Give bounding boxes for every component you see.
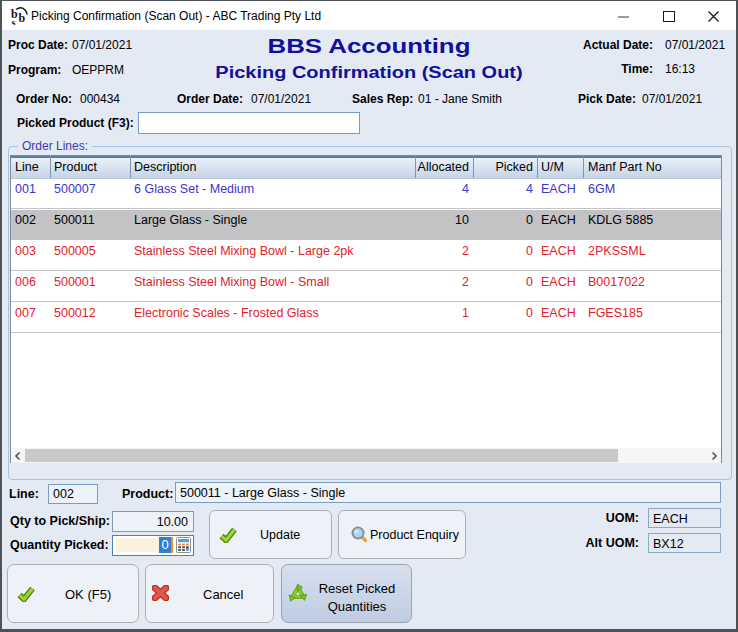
svg-text:s: s [12,17,16,26]
svg-text:b: b [19,11,26,25]
